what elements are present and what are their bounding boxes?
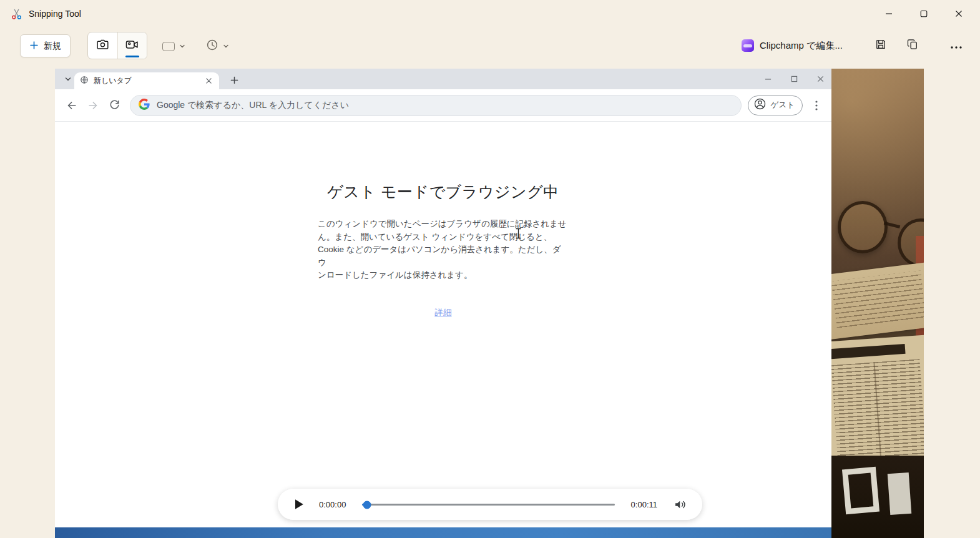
guest-avatar-icon (753, 97, 767, 113)
volume-button[interactable] (672, 497, 687, 512)
minimize-button[interactable] (871, 0, 906, 27)
tab-close-icon[interactable] (203, 76, 213, 86)
new-snip-label: 新規 (44, 41, 61, 52)
tab-search-button[interactable] (60, 71, 76, 87)
seek-slider[interactable] (362, 499, 614, 509)
save-button[interactable] (870, 35, 892, 56)
back-button[interactable] (61, 95, 82, 116)
plus-icon (29, 41, 39, 52)
address-bar-placeholder: Google で検索するか、URL を入力してください (157, 100, 349, 111)
snipping-tool-logo-icon (10, 7, 22, 20)
video-player-controls: 0:00:00 0:00:11 (278, 489, 702, 520)
snip-shape-dropdown[interactable] (162, 37, 185, 55)
window-controls (871, 0, 976, 27)
reload-button[interactable] (104, 95, 125, 116)
snipping-toolbar: 新規 (0, 29, 980, 62)
wallpaper-headline (831, 344, 906, 359)
guest-profile-button[interactable]: ゲスト (748, 95, 803, 115)
body-line: ん。また、開いているゲスト ウィンドウをすべて閉じると、 (318, 231, 569, 244)
record-mode-button[interactable] (117, 32, 147, 59)
edit-in-clipchamp-button[interactable]: Clipchamp で編集... (742, 35, 843, 56)
guest-mode-content: ゲスト モードでブラウジング中 このウィンドウで開いたページはブラウザの履歴に記… (55, 182, 831, 318)
body-line: Cookie などのデータはパソコンから消去されます。ただし、ダウ (318, 243, 569, 269)
capture-mode-toggle (87, 32, 147, 59)
browser-tab[interactable]: 新しいタブ (74, 72, 219, 89)
chrome-close-button[interactable] (815, 74, 825, 84)
details-link[interactable]: 詳細 (435, 307, 452, 318)
chrome-menu-button[interactable] (808, 95, 825, 116)
text-cursor-icon (515, 228, 522, 242)
clipchamp-logo-icon (742, 39, 754, 52)
globe-icon (80, 76, 89, 87)
snip-mode-button[interactable] (88, 32, 117, 59)
address-bar[interactable]: Google で検索するか、URL を入力してください (130, 95, 742, 116)
tab-title: 新しいタブ (94, 76, 198, 86)
snipping-tool-window: { "window": { "title": "Snipping Tool" }… (0, 0, 980, 538)
wallpaper-masthead-letter (842, 467, 880, 514)
close-button[interactable] (941, 0, 976, 27)
seek-thumb[interactable] (363, 501, 371, 509)
desktop-wallpaper (831, 69, 924, 538)
new-tab-button[interactable] (226, 72, 242, 88)
recording-preview: 新しいタブ (55, 69, 924, 538)
seek-track[interactable] (362, 504, 614, 506)
rectangle-snip-icon (162, 42, 175, 51)
page-title: ゲスト モードでブラウジング中 (55, 182, 831, 202)
copy-icon (906, 38, 919, 53)
chrome-tabstrip: 新しいタブ (55, 69, 831, 89)
chrome-toolbar: Google で検索するか、URL を入力してください ゲスト (55, 89, 831, 122)
chrome-minimize-button[interactable] (763, 74, 773, 84)
wallpaper-newspaper (831, 335, 924, 471)
current-time: 0:00:00 (319, 500, 346, 509)
chrome-guest-window: 新しいタブ (55, 69, 831, 527)
titlebar: Snipping Tool (0, 0, 980, 27)
wallpaper-newspaper (831, 262, 924, 340)
app-title: Snipping Tool (29, 9, 81, 19)
desktop-taskbar-strip (55, 527, 831, 538)
body-line: ンロードしたファイルは保持されます。 (318, 269, 569, 282)
guest-label: ゲスト (771, 100, 795, 110)
chrome-window-controls (763, 69, 825, 89)
wallpaper-glasses-lens (838, 201, 888, 253)
video-camera-icon (125, 37, 139, 54)
duration-time: 0:00:11 (631, 500, 657, 509)
page-body-text: このウィンドウで開いたページはブラウザの履歴に記録されませ ん。また、開いている… (318, 218, 569, 282)
maximize-button[interactable] (906, 0, 941, 27)
clipchamp-label: Clipchamp で編集... (760, 40, 843, 52)
clock-icon (206, 39, 218, 54)
wallpaper-masthead-letter (888, 472, 912, 515)
ellipsis-icon (951, 40, 962, 51)
save-icon (875, 38, 887, 53)
chevron-down-icon (223, 41, 229, 52)
forward-button[interactable] (82, 95, 104, 116)
chevron-down-icon (179, 41, 185, 52)
delay-dropdown[interactable] (206, 37, 229, 55)
see-more-button[interactable] (945, 35, 968, 56)
chrome-maximize-button[interactable] (789, 74, 799, 84)
play-button[interactable] (293, 497, 305, 511)
new-snip-button[interactable]: 新規 (20, 34, 71, 57)
wallpaper-text-lines (831, 271, 924, 331)
guest-mode-page: ゲスト モードでブラウジング中 このウィンドウで開いたページはブラウザの履歴に記… (55, 122, 831, 527)
body-line: このウィンドウで開いたページはブラウザの履歴に記録されませ (318, 218, 569, 231)
camera-icon (96, 38, 109, 54)
copy-button[interactable] (901, 35, 924, 56)
google-logo-icon (139, 99, 150, 112)
